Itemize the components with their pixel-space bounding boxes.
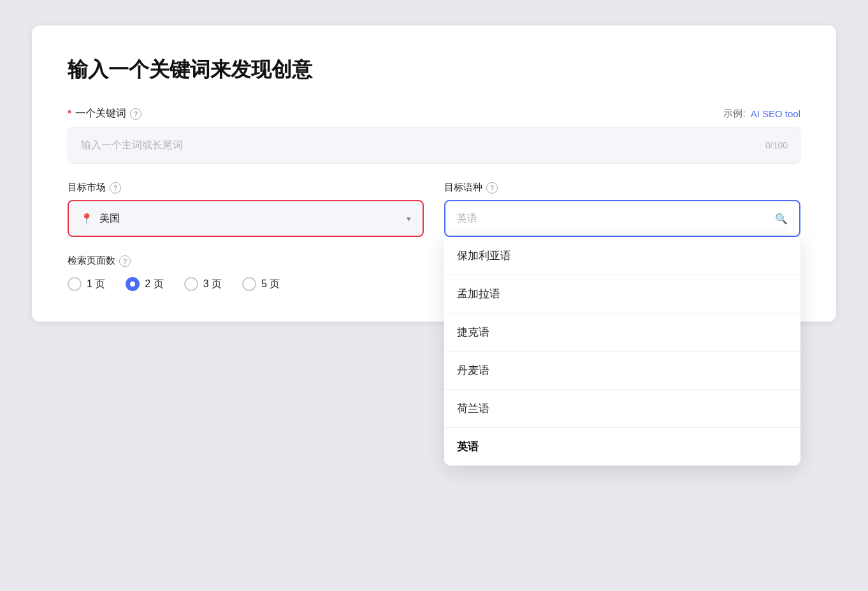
keyword-input-wrapper: 0/100 [68, 127, 800, 164]
language-label: 目标语种 ? [444, 182, 800, 194]
pages-option-1[interactable]: 1 页 [68, 277, 105, 291]
two-col-section: 目标市场 ? 📍 美国 ▾ 目标语种 ? 🔍 [68, 182, 800, 237]
market-select[interactable]: 📍 美国 ▾ [68, 200, 424, 237]
keyword-help-icon[interactable]: ? [130, 108, 141, 120]
language-help-icon[interactable]: ? [486, 182, 498, 194]
chevron-down-icon: ▾ [407, 214, 411, 224]
language-search-box[interactable]: 🔍 [444, 200, 800, 237]
keyword-field-row: * 一个关键词 ? 示例: AI SEO tool 0/100 [68, 107, 800, 164]
pages-label-2: 2 页 [145, 278, 163, 291]
pages-option-2[interactable]: 2 页 [126, 277, 163, 291]
keyword-counter: 0/100 [765, 140, 788, 150]
pages-option-3[interactable]: 3 页 [184, 277, 222, 291]
card-title: 输入一个关键词来发现创意 [68, 56, 800, 84]
language-option-danish[interactable]: 丹麦语 [444, 352, 800, 390]
language-field-wrapper: 🔍 保加利亚语 孟加拉语 捷克语 丹麦语 荷兰语 英语 [444, 200, 800, 237]
target-language-section: 目标语种 ? 🔍 保加利亚语 孟加拉语 捷克语 丹麦语 荷兰语 英语 [444, 182, 800, 237]
radio-circle-5 [242, 277, 256, 291]
pages-label-5: 5 页 [261, 278, 280, 291]
pages-label-1: 1 页 [87, 278, 105, 291]
language-option-dutch[interactable]: 荷兰语 [444, 390, 800, 428]
pages-label-3: 3 页 [203, 278, 222, 291]
example-link[interactable]: AI SEO tool [751, 108, 800, 119]
radio-circle-3 [184, 277, 198, 291]
keyword-label-row: * 一个关键词 ? 示例: AI SEO tool [68, 107, 800, 120]
language-option-bulgarian[interactable]: 保加利亚语 [444, 237, 800, 275]
market-help-icon[interactable]: ? [110, 182, 121, 194]
language-option-bengali[interactable]: 孟加拉语 [444, 275, 800, 313]
language-option-english[interactable]: 英语 [444, 428, 800, 466]
pages-option-5[interactable]: 5 页 [242, 277, 280, 291]
location-icon: 📍 [80, 213, 93, 225]
example-row: 示例: AI SEO tool [723, 108, 800, 120]
required-star: * [68, 108, 71, 120]
example-label: 示例: [723, 108, 745, 120]
radio-circle-2 [126, 277, 140, 291]
language-dropdown: 保加利亚语 孟加拉语 捷克语 丹麦语 荷兰语 英语 [444, 237, 800, 466]
keyword-input[interactable] [68, 127, 800, 164]
language-option-czech[interactable]: 捷克语 [444, 313, 800, 352]
pages-help-icon[interactable]: ? [119, 255, 131, 267]
market-value: 美国 [99, 212, 400, 225]
radio-circle-1 [68, 277, 82, 291]
search-icon: 🔍 [775, 213, 788, 225]
language-search-input[interactable] [457, 213, 769, 224]
keyword-label-left: * 一个关键词 ? [68, 107, 141, 120]
market-label: 目标市场 ? [68, 182, 424, 194]
page-container: 输入一个关键词来发现创意 * 一个关键词 ? 示例: AI SEO tool 0… [32, 25, 836, 322]
target-market-section: 目标市场 ? 📍 美国 ▾ [68, 182, 424, 237]
keyword-field-label: 一个关键词 [75, 107, 126, 120]
main-card: 输入一个关键词来发现创意 * 一个关键词 ? 示例: AI SEO tool 0… [32, 25, 836, 322]
